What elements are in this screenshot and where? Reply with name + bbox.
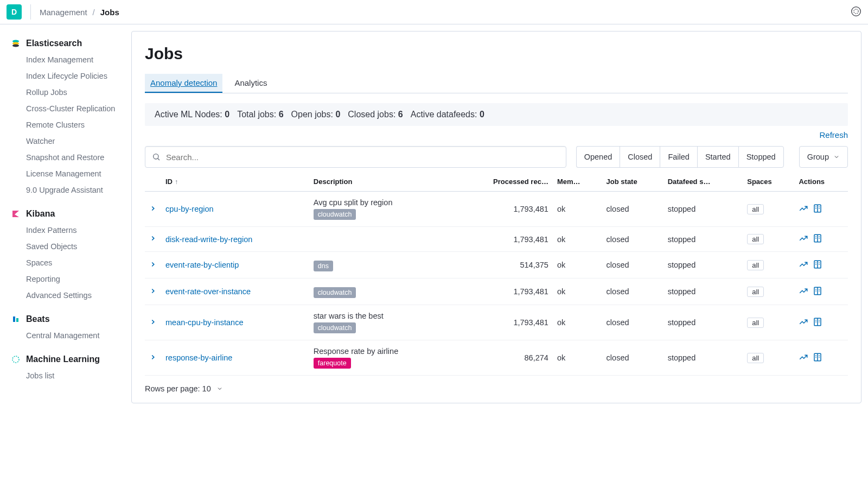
filter-stopped[interactable]: Stopped bbox=[738, 146, 784, 168]
job-details-icon[interactable] bbox=[813, 236, 822, 245]
cell-memory: ok bbox=[553, 252, 602, 278]
expand-row-button[interactable] bbox=[145, 278, 161, 305]
sidebar-item[interactable]: Jobs list bbox=[0, 368, 131, 384]
sidebar-item[interactable]: Index Lifecycle Policies bbox=[0, 68, 131, 84]
filter-opened[interactable]: Opened bbox=[576, 146, 620, 168]
view-results-icon[interactable] bbox=[799, 320, 808, 328]
rows-per-page-label: Rows per page: 10 bbox=[145, 384, 211, 393]
stat-closed-jobs: Closed jobs: 6 bbox=[348, 110, 403, 119]
help-button[interactable] bbox=[851, 6, 861, 18]
sidebar-item[interactable]: Index Management bbox=[0, 52, 131, 68]
search-box[interactable] bbox=[145, 146, 566, 168]
col-processed[interactable]: Processed rec… bbox=[454, 172, 553, 192]
cell-job-state: closed bbox=[602, 192, 663, 227]
sidebar-group-label: Machine Learning bbox=[26, 354, 100, 364]
spaces-badge: all bbox=[747, 260, 764, 270]
filter-failed[interactable]: Failed bbox=[660, 146, 697, 168]
job-id-link[interactable]: disk-read-write-by-region bbox=[165, 235, 252, 244]
cell-processed: 1,793,481 bbox=[454, 305, 553, 340]
sidebar-item[interactable]: License Management bbox=[0, 166, 131, 182]
job-details-icon[interactable] bbox=[813, 320, 822, 328]
cell-memory: ok bbox=[553, 227, 602, 252]
cell-spaces: all bbox=[743, 252, 794, 278]
job-id-link[interactable]: event-rate-over-instance bbox=[165, 287, 251, 296]
job-details-icon[interactable] bbox=[813, 206, 822, 215]
svg-point-0 bbox=[852, 7, 861, 16]
view-results-icon[interactable] bbox=[799, 206, 808, 215]
app-switcher[interactable]: D bbox=[7, 4, 22, 20]
description-text: Avg cpu split by region bbox=[314, 198, 450, 207]
spaces-badge: all bbox=[747, 234, 764, 244]
group-icon bbox=[11, 355, 21, 364]
group-dropdown[interactable]: Group bbox=[799, 146, 848, 168]
expand-row-button[interactable] bbox=[145, 192, 161, 227]
cell-datafeed: stopped bbox=[663, 192, 743, 227]
tab-anomaly-detection[interactable]: Anomaly detection bbox=[145, 74, 222, 93]
job-details-icon[interactable] bbox=[813, 262, 822, 271]
group-icon bbox=[11, 210, 21, 218]
search-input[interactable] bbox=[166, 153, 559, 162]
col-datafeed[interactable]: Datafeed s… bbox=[663, 172, 743, 192]
group-dropdown-label: Group bbox=[807, 153, 829, 161]
cell-spaces: all bbox=[743, 192, 794, 227]
expand-row-button[interactable] bbox=[145, 340, 161, 376]
view-results-icon[interactable] bbox=[799, 289, 808, 297]
toolbar: OpenedClosedFailedStartedStopped Group bbox=[145, 146, 848, 168]
sidebar-item[interactable]: Index Patterns bbox=[0, 222, 131, 238]
expand-row-button[interactable] bbox=[145, 305, 161, 340]
sidebar-item[interactable]: Central Management bbox=[0, 327, 131, 344]
help-icon bbox=[851, 6, 861, 17]
cell-description: cloudwatch bbox=[309, 278, 454, 305]
breadcrumb-parent[interactable]: Management bbox=[40, 8, 87, 17]
spaces-badge: all bbox=[747, 318, 764, 328]
view-results-icon[interactable] bbox=[799, 262, 808, 271]
job-id-link[interactable]: response-by-airline bbox=[165, 353, 232, 362]
cell-datafeed: stopped bbox=[663, 305, 743, 340]
sidebar-item[interactable]: Cross-Cluster Replication bbox=[0, 100, 131, 117]
table-row: response-by-airlineResponse rate by airl… bbox=[145, 340, 848, 376]
spaces-badge: all bbox=[747, 204, 764, 214]
job-id-link[interactable]: cpu-by-region bbox=[165, 205, 214, 213]
col-id[interactable]: ID↑ bbox=[161, 172, 309, 192]
sidebar-item[interactable]: Watcher bbox=[0, 133, 131, 149]
stat-open-jobs: Open jobs: 0 bbox=[291, 110, 341, 119]
expand-row-button[interactable] bbox=[145, 252, 161, 278]
cell-job-state: closed bbox=[602, 340, 663, 376]
group-icon bbox=[11, 39, 21, 48]
tab-analytics[interactable]: Analytics bbox=[232, 74, 269, 93]
sidebar-item[interactable]: Spaces bbox=[0, 255, 131, 271]
refresh-row: Refresh bbox=[145, 130, 848, 140]
sidebar-item[interactable]: Reporting bbox=[0, 271, 131, 287]
spaces-badge: all bbox=[747, 353, 764, 363]
col-memory[interactable]: Mem… bbox=[553, 172, 602, 192]
jobs-table: ID↑ Description Processed rec… Mem… Job … bbox=[145, 172, 848, 376]
sidebar-group: ElasticsearchIndex ManagementIndex Lifec… bbox=[0, 33, 131, 204]
sidebar-item[interactable]: Rollup Jobs bbox=[0, 84, 131, 100]
refresh-button[interactable]: Refresh bbox=[819, 130, 848, 140]
job-id-link[interactable]: event-rate-by-clientip bbox=[165, 261, 239, 269]
expand-row-button[interactable] bbox=[145, 227, 161, 252]
breadcrumb-current: Jobs bbox=[100, 8, 119, 17]
sidebar-item[interactable]: Advanced Settings bbox=[0, 287, 131, 303]
col-spaces[interactable]: Spaces bbox=[743, 172, 794, 192]
sidebar-item[interactable]: Saved Objects bbox=[0, 238, 131, 255]
filter-closed[interactable]: Closed bbox=[620, 146, 660, 168]
sidebar-item[interactable]: 9.0 Upgrade Assistant bbox=[0, 182, 131, 198]
sidebar-item[interactable]: Remote Clusters bbox=[0, 117, 131, 133]
sidebar-group-title: Beats bbox=[0, 312, 131, 327]
cell-spaces: all bbox=[743, 227, 794, 252]
cell-actions bbox=[794, 252, 848, 278]
svg-point-4 bbox=[12, 45, 19, 47]
job-details-icon[interactable] bbox=[813, 289, 822, 297]
cell-spaces: all bbox=[743, 340, 794, 376]
filter-started[interactable]: Started bbox=[697, 146, 738, 168]
job-id-link[interactable]: mean-cpu-by-instance bbox=[165, 318, 243, 327]
sidebar-item[interactable]: Snapshot and Restore bbox=[0, 149, 131, 166]
table-row: event-rate-by-clientipdns514,375okclosed… bbox=[145, 252, 848, 278]
job-details-icon[interactable] bbox=[813, 355, 822, 364]
view-results-icon[interactable] bbox=[799, 236, 808, 245]
view-results-icon[interactable] bbox=[799, 355, 808, 364]
col-job-state[interactable]: Job state bbox=[602, 172, 663, 192]
pagination[interactable]: Rows per page: 10 bbox=[145, 376, 848, 393]
col-description[interactable]: Description bbox=[309, 172, 454, 192]
